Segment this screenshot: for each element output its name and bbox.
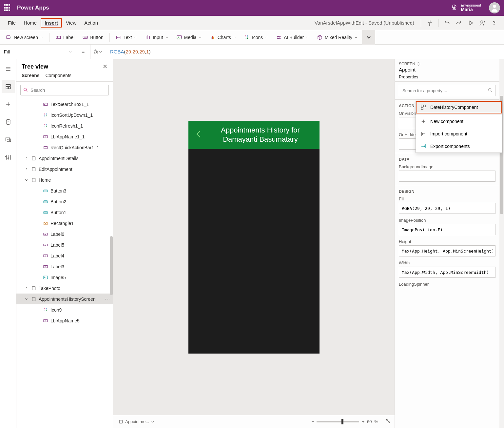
imagepos-label: ImagePosition xyxy=(399,218,495,223)
tree-node-lblappname5[interactable]: LblAppName5 xyxy=(16,315,113,326)
formula-input[interactable]: RGBA(29, 29, 29, 1) xyxy=(106,45,504,59)
chevron-icon[interactable] xyxy=(24,157,29,160)
rail-hamburger-icon[interactable] xyxy=(2,62,15,75)
svg-point-25 xyxy=(6,120,10,121)
media-button[interactable]: Media xyxy=(173,32,205,42)
insert-toolbar: New screen Label Button Abc Text Input M… xyxy=(0,30,504,45)
tree-node-button1[interactable]: Button1 xyxy=(16,207,113,218)
tree-node-label4[interactable]: Label4 xyxy=(16,250,113,261)
dd-new-component[interactable]: New component xyxy=(416,115,502,128)
new-screen-button[interactable]: New screen xyxy=(3,32,47,42)
zoom-in-button[interactable]: + xyxy=(362,419,364,424)
toolbar-expand-button[interactable] xyxy=(362,30,375,45)
tree-node-appointmentshistoryscreen[interactable]: AppointmentsHistoryScreen··· xyxy=(16,294,113,304)
tree-tab-components[interactable]: Components xyxy=(45,73,71,81)
fx-button[interactable]: fx xyxy=(90,45,106,59)
waffle-icon[interactable] xyxy=(4,4,12,12)
help-icon[interactable] xyxy=(488,17,500,29)
phone-preview[interactable]: Appointments History for Damayanti Basum… xyxy=(188,121,320,354)
tree-node-label3[interactable]: Label3 xyxy=(16,261,113,272)
chevron-icon[interactable] xyxy=(24,178,29,182)
tree-node-iconrefresh1_1[interactable]: IconRefresh1_1 xyxy=(16,120,113,131)
tree-node-textsearchbox1_1[interactable]: TextSearchBox1_1 xyxy=(16,99,113,110)
node-icon xyxy=(43,112,48,118)
input-button[interactable]: Input xyxy=(142,32,171,42)
play-icon[interactable] xyxy=(465,17,476,29)
charts-button[interactable]: Charts xyxy=(206,32,240,42)
environment-icon xyxy=(451,4,457,12)
tree-node-image5[interactable]: Image5 xyxy=(16,272,113,283)
rp-section-data: DATA xyxy=(395,153,499,162)
chevron-icon[interactable] xyxy=(24,297,29,301)
width-input[interactable] xyxy=(399,267,495,278)
menu-home[interactable]: Home xyxy=(20,18,41,28)
dd-import-component[interactable]: Import component xyxy=(416,128,502,140)
share-icon[interactable] xyxy=(476,17,488,29)
rp-search-input[interactable] xyxy=(399,85,495,96)
redo-icon[interactable] xyxy=(453,17,465,29)
tree-node-rectangle1[interactable]: Rectangle1 xyxy=(16,218,113,229)
tree-close-icon[interactable]: ✕ xyxy=(103,63,107,70)
rail-settings-icon[interactable] xyxy=(2,151,15,164)
undo-icon[interactable] xyxy=(441,17,453,29)
rail-tree-icon[interactable] xyxy=(2,80,15,93)
tree-node-button3[interactable]: Button3 xyxy=(16,185,113,196)
tree-node-takephoto[interactable]: TakePhoto xyxy=(16,283,113,294)
menu-action[interactable]: Action xyxy=(80,18,102,28)
zoom-out-button[interactable]: − xyxy=(312,419,314,424)
height-input[interactable] xyxy=(399,245,495,256)
chevron-icon[interactable] xyxy=(24,168,29,171)
rail-media-icon[interactable] xyxy=(2,133,15,146)
svg-rect-53 xyxy=(32,286,35,290)
button-button[interactable]: Button xyxy=(79,32,107,42)
node-label: AppointmentDetails xyxy=(39,156,78,161)
node-more-icon[interactable]: ··· xyxy=(105,296,110,302)
tree-node-iconsortupdown1_1[interactable]: IconSortUpDown1_1 xyxy=(16,110,113,120)
mixed-reality-button[interactable]: Mixed Reality xyxy=(314,32,361,42)
app-checker-icon[interactable] xyxy=(424,17,436,29)
tree-node-button2[interactable]: Button2 xyxy=(16,196,113,207)
svg-point-29 xyxy=(44,113,45,114)
rp-tab-properties[interactable]: Properties xyxy=(399,74,418,81)
fill-input[interactable] xyxy=(399,203,495,214)
menu-insert[interactable]: Insert xyxy=(41,18,62,28)
fullscreen-icon[interactable] xyxy=(385,418,391,425)
property-selector[interactable]: Fill xyxy=(0,45,76,59)
label-button[interactable]: Label xyxy=(52,32,78,42)
rp-title: Appoint xyxy=(395,66,499,74)
tree-tab-screens[interactable]: Screens xyxy=(22,73,39,81)
ai-builder-button[interactable]: AI Builder xyxy=(273,32,312,42)
zoom-value: 60 xyxy=(367,419,372,424)
fill-label: Fill xyxy=(399,196,495,201)
tree-node-label5[interactable]: Label5 xyxy=(16,239,113,250)
svg-point-19 xyxy=(280,36,281,37)
user-avatar[interactable] xyxy=(489,2,500,13)
tree-node-appointmentdetails[interactable]: AppointmentDetails xyxy=(16,153,113,164)
imagepos-input[interactable] xyxy=(399,224,495,235)
bgimage-input[interactable] xyxy=(399,171,495,182)
tree-node-rectquickactionbar1_1[interactable]: RectQuickActionBar1_1 xyxy=(16,142,113,153)
icons-button[interactable]: Icons xyxy=(241,32,271,42)
environment-picker[interactable]: Environment Maria xyxy=(451,3,481,12)
tree-scrollbar-thumb[interactable] xyxy=(110,236,113,295)
tree-node-label6[interactable]: Label6 xyxy=(16,229,113,239)
rail-insert-icon[interactable] xyxy=(2,98,15,111)
svg-rect-54 xyxy=(32,297,35,301)
svg-rect-23 xyxy=(6,87,8,89)
menu-file[interactable]: File xyxy=(4,18,20,28)
tree-search-input[interactable] xyxy=(20,85,109,95)
chevron-icon[interactable] xyxy=(24,287,29,290)
tree-node-icon9[interactable]: Icon9 xyxy=(16,304,113,315)
canvas-selection[interactable]: Appointme... xyxy=(117,418,156,425)
tree-node-editappointment[interactable]: EditAppointment xyxy=(16,164,113,174)
phone-back-icon[interactable] xyxy=(194,130,204,140)
dd-export-components[interactable]: Export components xyxy=(416,140,502,153)
menu-view[interactable]: View xyxy=(62,18,80,28)
zoom-slider[interactable] xyxy=(317,421,359,422)
tree-node-home[interactable]: Home xyxy=(16,174,113,185)
dd-date-history[interactable]: DateHistoryComponent xyxy=(416,101,502,113)
text-button[interactable]: Abc Text xyxy=(112,32,141,42)
svg-rect-28 xyxy=(44,103,48,105)
rail-data-icon[interactable] xyxy=(2,115,15,129)
tree-node-lblappname1_1[interactable]: LblAppName1_1 xyxy=(16,131,113,142)
